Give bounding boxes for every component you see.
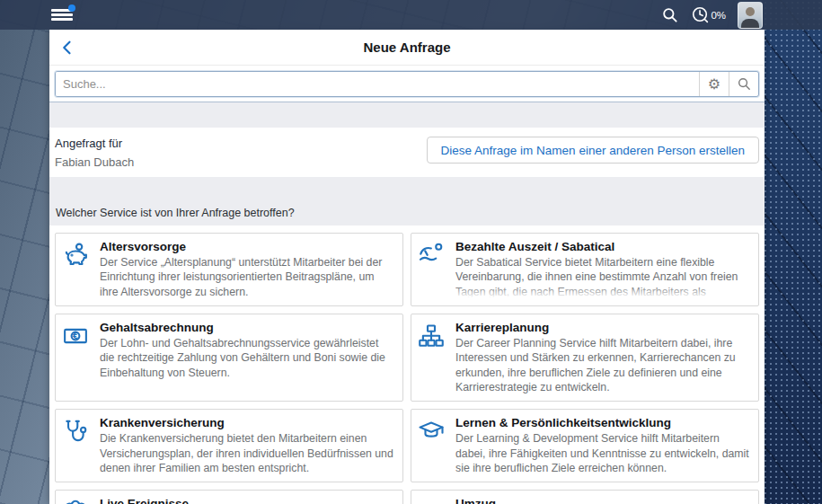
service-card-title: Karriereplanung xyxy=(455,321,750,334)
chevron-left-icon xyxy=(58,39,76,57)
timer-percent-label: 0% xyxy=(711,10,726,21)
stethoscope-icon xyxy=(62,416,100,475)
svg-text:€: € xyxy=(72,332,78,340)
page-header: Neue Anfrage xyxy=(49,30,765,66)
search-submit-button[interactable] xyxy=(729,72,758,96)
truck-icon xyxy=(418,497,455,504)
service-card-title: Umzug xyxy=(455,497,750,504)
banknote-icon: € xyxy=(62,321,100,394)
service-question-label: Welcher Service ist von Ihrer Anfrage be… xyxy=(56,207,295,219)
balloons-icon xyxy=(62,497,100,504)
back-button[interactable] xyxy=(57,37,78,58)
main-panel: Neue Anfrage ⚙ Angefragt für Fabian Duba… xyxy=(49,30,765,504)
service-card-description: Der Career Planning Service hilft Mitarb… xyxy=(455,336,750,394)
service-card-live-ereignisse[interactable]: Live Ereignisse Verwenden Sie den Life E… xyxy=(55,490,403,504)
service-card-description: Die Krankenversicherung bietet den Mitar… xyxy=(100,431,394,475)
service-card-title: Bezahlte Auszeit / Sabatical xyxy=(455,240,750,253)
service-card-description: Der Sabatical Service bietet Mitarbeiter… xyxy=(455,255,750,299)
piggy-bank-icon xyxy=(62,240,100,299)
search-input[interactable] xyxy=(56,72,699,96)
service-card-karriereplanung[interactable]: Karriereplanung Der Career Planning Serv… xyxy=(411,314,759,402)
beach-umbrella-icon xyxy=(418,240,455,299)
service-card-title: Krankenversicherung xyxy=(100,416,394,429)
service-card-gehaltsabrechnung[interactable]: € Gehaltsabrechnung Der Lohn- und Gehalt… xyxy=(55,314,403,402)
org-chart-icon xyxy=(418,321,455,394)
search-row: ⚙ xyxy=(49,66,765,102)
user-avatar[interactable] xyxy=(738,2,763,29)
hamburger-menu-icon[interactable] xyxy=(51,7,73,23)
service-card-title: Altersvorsorge xyxy=(100,240,394,253)
magnifier-icon xyxy=(737,76,752,92)
search-icon[interactable] xyxy=(661,6,679,24)
service-card-description: Der Service „Altersplanung“ unterstützt … xyxy=(100,255,394,299)
background-photo-right xyxy=(763,0,822,504)
notification-dot xyxy=(68,4,75,12)
service-card-umzug[interactable]: Umzug Der Relocation Service bietet Unte… xyxy=(411,490,759,504)
divider-band xyxy=(49,102,765,128)
service-card-lernen-persoenlichkeitsentwicklung[interactable]: Lernen & Persönlichkeitsentwicklung Der … xyxy=(411,409,759,482)
service-card-description: Der Learning & Development Service hilft… xyxy=(455,431,750,475)
service-card-description: Der Lohn- und Gehaltsabrechnungsservice … xyxy=(100,336,394,380)
service-card-krankenversicherung[interactable]: Krankenversicherung Die Krankenversicher… xyxy=(55,409,403,482)
service-card-altersvorsorge[interactable]: Altersvorsorge Der Service „Altersplanun… xyxy=(55,233,403,306)
search-box: ⚙ xyxy=(55,71,759,97)
service-card-grid: Altersvorsorge Der Service „Altersplanun… xyxy=(49,225,765,504)
session-timer[interactable]: 0% xyxy=(691,5,726,24)
search-settings-button[interactable]: ⚙ xyxy=(699,72,729,96)
service-card-title: Live Ereignisse xyxy=(100,497,394,504)
requested-for-section: Angefragt für Fabian Dubach Diese Anfrag… xyxy=(49,128,765,177)
create-on-behalf-button[interactable]: Diese Anfrage im Namen einer anderen Per… xyxy=(427,137,759,164)
clock-icon xyxy=(691,5,710,24)
service-card-title: Lernen & Persönlichkeitsentwicklung xyxy=(455,416,750,429)
service-card-title: Gehaltsabrechnung xyxy=(100,321,394,334)
question-band: Welcher Service ist von Ihrer Anfrage be… xyxy=(49,177,765,225)
service-card-bezahlte-auszeit-sabatical[interactable]: Bezahlte Auszeit / Sabatical Der Sabatic… xyxy=(411,233,759,306)
gear-icon: ⚙ xyxy=(708,77,720,92)
top-bar: 0% xyxy=(0,0,822,30)
graduation-cap-icon xyxy=(418,416,455,475)
page-title: Neue Anfrage xyxy=(49,40,765,55)
